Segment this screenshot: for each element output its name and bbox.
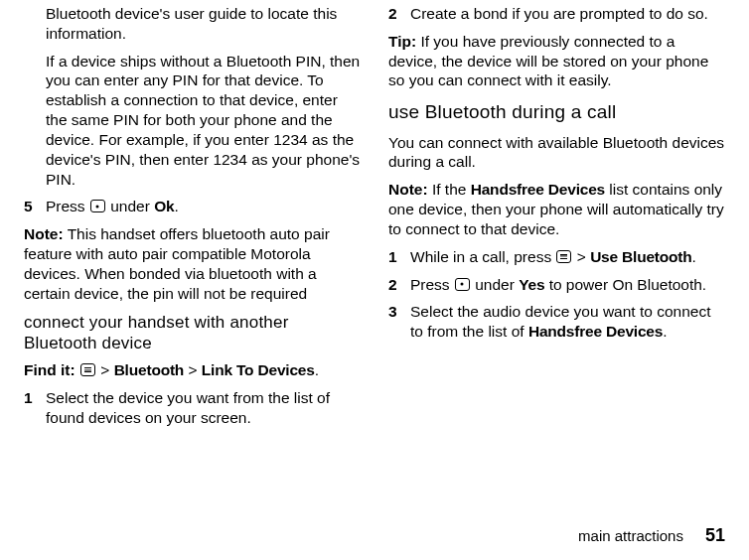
note-text: This handset offers bluetooth auto pair … (24, 225, 330, 301)
softkey-icon (455, 278, 470, 291)
text: While in a call, press (410, 248, 555, 265)
text: Press (46, 198, 89, 214)
tip-paragraph: Tip: If you have previously connected to… (388, 32, 725, 90)
text: > (184, 361, 202, 378)
note-paragraph: Note: This handset offers bluetooth auto… (24, 224, 361, 303)
menu-key-icon (556, 250, 571, 263)
heading-use-bluetooth-call: use Bluetooth during a call (388, 100, 725, 124)
step-3: 3 Select the audio device you want to co… (388, 302, 725, 342)
ui-label-link-to-devices: Link To Devices (202, 361, 315, 378)
step-1: 1 While in a call, press > Use Bluetooth… (388, 247, 725, 267)
step-number: 5 (24, 197, 46, 216)
step-number: 1 (24, 388, 46, 428)
right-column: 2 Create a bond if you are prompted to d… (388, 4, 725, 436)
find-it-line: Find it: > Bluetooth > Link To Devices. (24, 360, 361, 380)
text: . (692, 248, 696, 265)
text: . (174, 198, 178, 214)
menu-key-icon (80, 363, 95, 376)
step-text: Select the audio device you want to conn… (410, 302, 725, 342)
text: under (106, 198, 154, 214)
ui-label-ok: Ok (154, 198, 174, 214)
step-number: 3 (388, 302, 410, 342)
step-text: While in a call, press > Use Bluetooth. (410, 247, 725, 267)
step-1: 1 Select the device you want from the li… (24, 388, 361, 428)
text: > (572, 248, 590, 265)
paragraph: Bluetooth device's user guide to locate … (24, 4, 361, 44)
ui-label-use-bluetooth: Use Bluetooth (590, 248, 691, 265)
ui-label-handsfree-devices: Handsfree Devices (528, 323, 663, 340)
tip-label: Tip: (388, 33, 416, 50)
text: under (471, 276, 519, 293)
softkey-icon (90, 200, 105, 212)
footer-page-number: 51 (705, 525, 725, 546)
step-5: 5 Press under Ok. (24, 197, 361, 216)
step-text: Press under Yes to power On Bluetooth. (410, 275, 725, 295)
tip-text: If you have previously connected to a de… (388, 33, 708, 89)
text: to power On Bluetooth. (544, 276, 706, 293)
paragraph: You can connect with available Bluetooth… (388, 133, 725, 173)
paragraph: If a device ships without a Bluetooth PI… (24, 52, 361, 190)
page-columns: Bluetooth device's user guide to locate … (0, 0, 749, 436)
step-text: Select the device you want from the list… (46, 388, 361, 428)
ui-label-bluetooth: Bluetooth (114, 361, 185, 378)
step-number: 1 (388, 247, 410, 267)
ui-label-yes: Yes (519, 276, 544, 293)
step-text: Press under Ok. (46, 197, 361, 216)
text: > (96, 361, 114, 378)
find-it-label: Find it: (24, 361, 79, 378)
page-footer: main attractions 51 (578, 525, 725, 546)
note-label: Note: (24, 225, 64, 242)
text: . (663, 323, 667, 340)
text: Press (410, 276, 454, 293)
heading-connect-handset: connect your handset with another Blueto… (24, 312, 361, 355)
step-number: 2 (388, 275, 410, 295)
step-2: 2 Create a bond if you are prompted to d… (388, 4, 725, 24)
step-2b: 2 Press under Yes to power On Bluetooth. (388, 275, 725, 295)
note-label: Note: (388, 181, 428, 198)
footer-section-title: main attractions (578, 527, 683, 544)
text: . (315, 361, 319, 378)
text: If the (428, 181, 471, 198)
note-paragraph: Note: If the Handsfree Devices list cont… (388, 180, 725, 238)
step-number: 2 (388, 4, 410, 24)
step-text: Create a bond if you are prompted to do … (410, 4, 725, 24)
ui-label-handsfree-devices: Handsfree Devices (471, 181, 605, 198)
left-column: Bluetooth device's user guide to locate … (24, 4, 361, 436)
